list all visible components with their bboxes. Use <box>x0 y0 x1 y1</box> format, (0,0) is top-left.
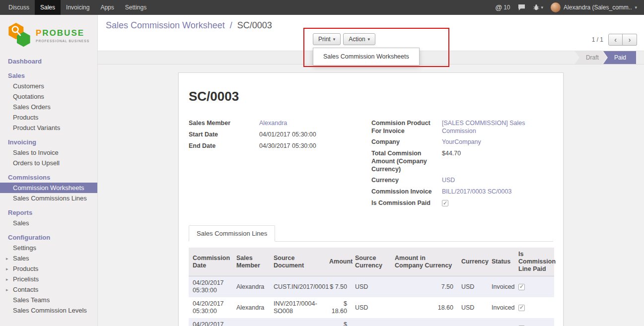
top-menu-item[interactable]: Invoicing <box>61 0 95 15</box>
messages-icon[interactable] <box>518 4 525 11</box>
field-label: Commission Invoice <box>371 188 442 196</box>
sidebar-item[interactable]: Sales Teams <box>0 295 97 305</box>
brand-logo[interactable]: PROBUSE PROFESSIONAL BUSINESS <box>0 15 97 55</box>
field-row: Is Commission Paid <box>371 199 554 207</box>
field-value-text[interactable]: USD <box>442 177 455 184</box>
field-label: Total Commision Amount (Company Currency… <box>371 149 442 173</box>
sidebar-section-heading[interactable]: Dashboard <box>0 56 97 66</box>
field-value: USD <box>442 176 554 184</box>
cell-status: Invoiced <box>488 318 514 326</box>
topbar: Discuss Sales Invoicing Apps Settings @ … <box>0 0 644 15</box>
print-button[interactable]: Print ▾ <box>313 33 341 45</box>
breadcrumb-parent-link[interactable]: Sales Commission Worksheet <box>106 20 225 30</box>
sidebar-section-heading[interactable]: Configuration <box>0 232 97 243</box>
page: Discuss Sales Invoicing Apps Settings @ … <box>0 0 644 326</box>
col-header-status: Status <box>488 248 514 276</box>
field-label: Sales Member <box>189 119 259 127</box>
col-header-amount-company-currency: Amount in Company Currency <box>391 248 457 276</box>
sidebar-item[interactable]: Sales Orders <box>0 102 97 112</box>
sidebar-section: Sales Customers Quotations Sales Orders … <box>0 70 97 133</box>
pager-next-button[interactable]: › <box>623 34 637 46</box>
pager-previous-button[interactable]: ‹ <box>608 34 623 46</box>
cell-currency: USD <box>457 276 488 298</box>
action-button[interactable]: Action ▾ <box>343 33 375 45</box>
top-menu-item[interactable]: Apps <box>95 0 119 15</box>
top-menu-item[interactable]: Settings <box>120 0 152 15</box>
sidebar-section-heading[interactable]: Commissions <box>0 172 97 183</box>
chevron-right-icon: › <box>629 36 631 44</box>
commission-line-row[interactable]: 04/20/2017 05:30:00 Alexandra CUST.IN/20… <box>189 276 554 298</box>
field-row: Sales Member Alexandra <box>189 119 371 128</box>
col-header-commission-date: Commission Date <box>189 248 232 276</box>
status-step[interactable]: Draft <box>575 51 607 64</box>
cell-status: Invoiced <box>488 297 514 318</box>
tab-bar: Sales Commission Lines <box>189 225 553 242</box>
main-content: Sales Commission Worksheet / SC/0003 Pri… <box>98 15 644 326</box>
sidebar-item[interactable]: Commission Worksheets <box>0 183 97 193</box>
caret-down-icon: ▾ <box>368 37 370 42</box>
field-value-text[interactable]: Alexandra <box>259 120 287 127</box>
sidebar-item[interactable]: Orders to Upsell <box>0 158 97 168</box>
sidebar-item[interactable]: Sales <box>0 253 97 263</box>
field-label: Currency <box>371 176 442 184</box>
field-groups: Sales Member Alexandra Start Date <box>189 119 553 210</box>
sidebar-item[interactable]: Pricelists <box>0 274 97 284</box>
sidebar-section-heading[interactable]: Sales <box>0 70 97 81</box>
top-menu-item[interactable]: Discuss <box>3 0 35 15</box>
chat-bubble-icon <box>518 4 525 11</box>
sidebar-section-heading[interactable]: Reports <box>0 207 97 218</box>
cell-source-currency: USD <box>351 297 391 318</box>
sidebar-section: Reports Sales <box>0 207 97 228</box>
field-value-text[interactable]: BILL/2017/0003 SC/0003 <box>442 188 511 195</box>
field-row: Commision Product For Invoice [SALES COM… <box>371 119 554 135</box>
breadcrumb-current: SC/0003 <box>237 20 272 30</box>
cell-amount-company-currency: 7.50 <box>391 276 457 298</box>
field-value-text[interactable]: [SALES COMMISSION] Sales Commission <box>442 120 525 134</box>
sidebar-item[interactable]: Sales Commission Levels <box>0 305 97 316</box>
sidebar-section-heading[interactable]: Invoicing <box>0 137 97 147</box>
field-value: 04/30/2017 05:30:00 <box>259 142 371 150</box>
print-dropdown-menu: Sales Commission Worksheets <box>313 48 420 65</box>
at-icon: @ <box>496 3 502 11</box>
form-sheet: SC/0003 Sales Member Alexandra <box>178 72 564 326</box>
sidebar-item[interactable]: Sales to Invoice <box>0 147 97 158</box>
bug-icon <box>533 4 540 11</box>
caret-down-icon: ▾ <box>541 5 544 10</box>
field-value-text[interactable]: $44.70 <box>442 150 461 157</box>
sidebar-item[interactable]: Customers <box>0 81 97 91</box>
print-button-label: Print <box>318 36 331 43</box>
field-checkbox[interactable] <box>442 200 448 206</box>
sidebar-item[interactable]: Products <box>0 263 97 274</box>
col-header-source-currency: Source Currency <box>351 248 391 276</box>
col-header-source-document: Source Document <box>270 248 325 276</box>
field-value-text[interactable]: YourCompany <box>442 138 481 145</box>
sidebar-item[interactable]: Products <box>0 112 97 123</box>
sidebar-item[interactable]: Product Variants <box>0 123 97 133</box>
user-menu[interactable]: Alexandra (Sales_comm.. ▾ <box>551 2 637 12</box>
status-step[interactable]: Paid <box>603 51 636 64</box>
sidebar: PROBUSE PROFESSIONAL BUSINESS Dashboard … <box>0 15 98 326</box>
tab-sales-commission-lines[interactable]: Sales Commission Lines <box>189 225 275 242</box>
commission-line-row[interactable]: 04/20/2017 10:35:53 Alexandra SO008 $ 18… <box>189 318 554 326</box>
sidebar-item[interactable]: Contacts <box>0 284 97 295</box>
field-value-text[interactable]: 04/30/2017 05:30:00 <box>259 142 316 149</box>
mention-count: 10 <box>503 4 510 11</box>
commission-line-row[interactable]: 04/20/2017 05:30:00 Alexandra INV/2017/0… <box>189 297 554 318</box>
sidebar-item[interactable]: Settings <box>0 243 97 253</box>
col-header-amount: Amount <box>325 248 351 276</box>
sidebar-item[interactable]: Quotations <box>0 91 97 102</box>
cell-line-paid <box>514 276 554 298</box>
sidebar-item[interactable]: Sales <box>0 218 97 228</box>
top-menu-item[interactable]: Sales <box>35 0 61 15</box>
cell-currency: USD <box>457 297 488 318</box>
cell-source-document: CUST.IN/2017/0001 <box>270 276 325 298</box>
action-button-label: Action <box>349 36 365 43</box>
user-name: Alexandra (Sales_comm.. <box>564 4 632 11</box>
field-value-text[interactable]: 04/01/2017 05:30:00 <box>259 131 316 138</box>
sidebar-item[interactable]: Sales Commissions Lines <box>0 193 97 203</box>
field-value: Alexandra <box>259 119 371 127</box>
mentions-icon[interactable]: @ 10 <box>496 3 510 11</box>
dropdown-item-sales-commission-worksheets[interactable]: Sales Commission Worksheets <box>313 50 419 63</box>
field-value: 04/01/2017 05:30:00 <box>259 130 371 138</box>
debug-icon[interactable]: ▾ <box>533 4 544 11</box>
